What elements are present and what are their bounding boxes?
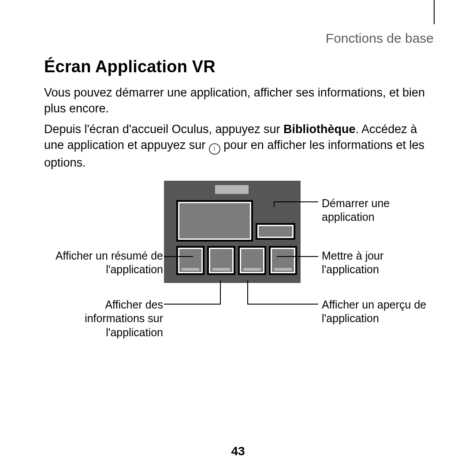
callout-summary-app: Afficher un résumé de l'application: [44, 249, 163, 277]
screen-tile-row: [176, 246, 297, 275]
page-top-rule: [434, 0, 435, 24]
callout-start-app: Démarrer une application: [322, 197, 434, 224]
page-number: 43: [0, 444, 476, 458]
vr-screen-illustration: [164, 181, 301, 283]
screen-start-button: [256, 223, 295, 240]
callout-preview-app: Afficher un aperçu de l'application: [322, 298, 434, 326]
page-title: Écran Application VR: [44, 57, 216, 76]
tile-info: [207, 246, 235, 275]
tile-update: [269, 246, 297, 275]
intro-paragraph: Vous pouvez démarrer une application, af…: [44, 85, 434, 117]
screen-hero-tile: [176, 200, 253, 242]
screen-top-bar: [215, 185, 249, 194]
tile-summary: [176, 246, 205, 275]
callout-update-app: Mettre à jour l'application: [322, 249, 434, 277]
text-pre: Depuis l'écran d'accueil Oculus, appuyez…: [44, 123, 283, 136]
callout-info-app: Afficher des informations sur l'applicat…: [44, 298, 163, 339]
instruction-paragraph: Depuis l'écran d'accueil Oculus, appuyez…: [44, 121, 434, 171]
section-header: Fonctions de base: [44, 31, 434, 46]
tile-preview: [238, 246, 266, 275]
library-keyword: Bibliothèque: [283, 123, 356, 136]
info-icon: i: [209, 143, 220, 155]
